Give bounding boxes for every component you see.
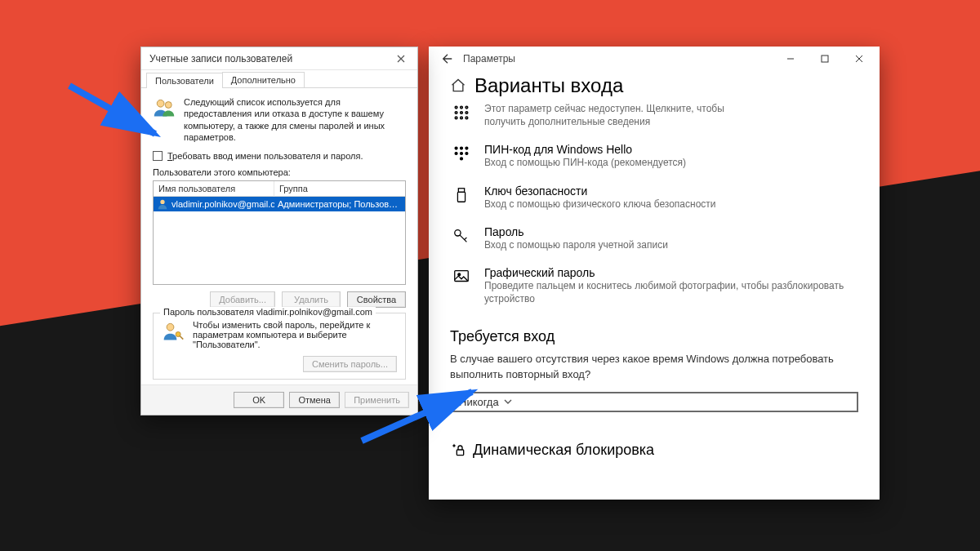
user-key-icon (162, 320, 185, 344)
page-title: Варианты входа (474, 74, 623, 97)
svg-rect-22 (457, 450, 463, 455)
svg-point-19 (455, 229, 461, 235)
svg-rect-0 (822, 56, 828, 62)
home-icon (450, 78, 466, 94)
require-password-checkbox[interactable]: Требовать ввод имени пользователя и паро… (153, 151, 406, 161)
svg-point-26 (167, 324, 174, 331)
svg-point-2 (461, 106, 463, 109)
users-list-header: Имя пользователя Группа (154, 181, 405, 197)
key-icon (450, 225, 473, 245)
signin-option-pin[interactable]: ПИН-код для Windows Hello Вход с помощью… (450, 143, 858, 169)
user-accounts-dialog: Учетные записи пользователей Пользовател… (140, 47, 418, 415)
apply-button[interactable]: Применить (345, 392, 409, 408)
svg-point-5 (461, 112, 463, 114)
picture-icon (450, 266, 473, 286)
signin-option-password[interactable]: Пароль Вход с помощью пароля учетной зап… (450, 225, 858, 251)
svg-point-10 (455, 147, 457, 149)
cancel-button[interactable]: Отмена (289, 392, 340, 408)
usb-key-icon (450, 184, 473, 204)
signin-option-picture-password[interactable]: Графический пароль Проведите пальцем и к… (450, 266, 858, 305)
dialog-tabs: Пользователи Дополнительно (141, 70, 417, 88)
settings-app-title: Параметры (463, 53, 515, 64)
close-button[interactable] (390, 50, 412, 68)
svg-point-24 (165, 102, 172, 109)
users-list-label: Пользователи этого компьютера: (153, 167, 406, 177)
svg-point-3 (466, 106, 468, 109)
user-icon (157, 198, 168, 210)
tab-advanced[interactable]: Дополнительно (222, 72, 305, 87)
svg-point-1 (455, 106, 457, 109)
require-signin-select[interactable]: Никогда (450, 392, 858, 412)
svg-rect-18 (457, 192, 465, 202)
svg-point-12 (466, 147, 468, 149)
settings-window: Параметры Варианты входа Этот параметр с… (429, 47, 880, 500)
svg-point-23 (157, 100, 164, 107)
dynamic-lock-heading: Динамическая блокировка (450, 442, 858, 459)
svg-point-21 (458, 273, 461, 276)
svg-point-15 (466, 153, 468, 155)
settings-titlebar: Параметры (429, 47, 880, 71)
password-group: Пароль пользователя vladimir.polnikov@gm… (153, 313, 406, 380)
dialog-intro: Следующий список используется для предос… (184, 96, 406, 143)
close-button[interactable] (842, 47, 876, 70)
properties-button[interactable]: Свойства (347, 291, 406, 308)
chevron-down-icon (504, 398, 512, 406)
svg-point-6 (466, 112, 468, 114)
checkbox-icon (153, 151, 163, 161)
dialog-titlebar: Учетные записи пользователей (141, 47, 417, 70)
svg-point-14 (461, 153, 463, 155)
svg-point-8 (461, 117, 463, 119)
svg-point-9 (466, 117, 468, 119)
svg-point-25 (160, 200, 164, 204)
tab-users[interactable]: Пользователи (146, 73, 223, 88)
users-list-row[interactable]: vladimir.polnikov@gmail.com Администрато… (154, 197, 405, 211)
minimize-button[interactable] (773, 47, 808, 70)
svg-rect-17 (458, 188, 464, 192)
svg-point-11 (461, 147, 463, 149)
require-signin-heading: Требуется вход (450, 328, 858, 345)
grid-icon (450, 102, 473, 122)
svg-point-4 (455, 112, 457, 114)
signin-option-unavailable[interactable]: Этот параметр сейчас недоступен. Щелкнит… (450, 102, 858, 128)
svg-point-16 (461, 158, 463, 160)
password-text: Чтобы изменить свой пароль, перейдите к … (193, 320, 397, 349)
dialog-footer: OK Отмена Применить (141, 384, 417, 415)
change-password-button[interactable]: Сменить пароль... (303, 356, 397, 372)
svg-point-13 (455, 153, 457, 155)
remove-user-button[interactable]: Удалить (282, 291, 341, 308)
signin-option-security-key[interactable]: Ключ безопасности Вход с помощью физичес… (450, 184, 858, 211)
page-header: Варианты входа (450, 74, 858, 97)
sparkle-lock-icon (450, 442, 466, 458)
require-signin-desc: В случае вашего отсутствия через какое в… (450, 352, 858, 381)
users-list[interactable]: Имя пользователя Группа vladimir.polniko… (153, 180, 406, 285)
svg-point-7 (455, 117, 457, 119)
maximize-button[interactable] (808, 47, 842, 70)
back-button[interactable] (437, 48, 458, 69)
keypad-icon (450, 143, 473, 162)
users-icon (153, 96, 176, 143)
ok-button[interactable]: OK (234, 392, 284, 408)
add-user-button[interactable]: Добавить... (210, 291, 275, 308)
